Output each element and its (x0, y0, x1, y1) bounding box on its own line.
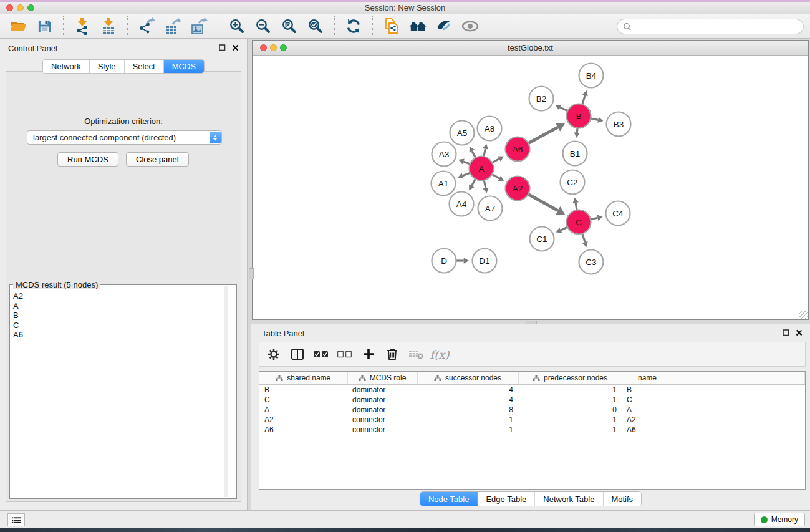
memory-button[interactable]: Memory (754, 513, 805, 526)
tab-select[interactable]: Select (125, 60, 164, 73)
column-header[interactable]: predecessor nodes (518, 372, 622, 385)
table-cell[interactable]: connector (347, 425, 417, 435)
graph-node-b[interactable]: B (567, 104, 591, 128)
table-row[interactable]: A6connector11A6 (259, 425, 805, 435)
graph-node-a1[interactable]: A1 (432, 172, 456, 196)
select-all-button[interactable] (309, 344, 333, 365)
network-zoom-traffic-light[interactable] (280, 44, 287, 51)
table-cell[interactable]: 8 (417, 405, 518, 415)
result-scrollbar[interactable] (224, 286, 228, 497)
search-field[interactable] (617, 19, 804, 34)
search-input[interactable] (635, 21, 803, 32)
graph-node-a3[interactable]: A3 (432, 142, 456, 167)
table-row[interactable]: A2connector11A2 (259, 415, 805, 425)
table-cell[interactable]: 1 (518, 425, 622, 435)
zoom-in-button[interactable] (224, 16, 250, 37)
table-cell[interactable]: connector (347, 415, 417, 425)
table-cell[interactable]: A2 (259, 415, 347, 425)
table-cell[interactable]: 1 (518, 415, 622, 425)
tab-mcds[interactable]: MCDS (164, 60, 204, 73)
table-settings-button[interactable] (262, 344, 286, 365)
import-table-button[interactable] (95, 16, 122, 37)
graph-node-c[interactable]: C (567, 210, 591, 235)
graph-node-a2[interactable]: A2 (506, 177, 530, 201)
save-session-button[interactable] (31, 16, 57, 37)
network-minimize-traffic-light[interactable] (270, 44, 277, 51)
zoom-fit-button[interactable] (276, 16, 302, 37)
column-header[interactable]: successor nodes (417, 372, 518, 385)
table-cell[interactable]: C (622, 395, 673, 405)
table-cell[interactable]: 0 (518, 405, 622, 415)
network-canvas[interactable]: B4B2BB3A8A5A6A3B1AC2A1A2A4A7C4CC1DD1C3 (253, 56, 808, 319)
table-tab-node-table[interactable]: Node Table (420, 492, 478, 506)
graph-node-a8[interactable]: A8 (478, 117, 502, 141)
zoom-selected-button[interactable] (302, 16, 329, 37)
table-row[interactable]: Adominator80A (259, 405, 805, 415)
table-cell[interactable]: 4 (417, 385, 518, 395)
column-header[interactable]: MCDS role (347, 372, 417, 385)
graph-node-b4[interactable]: B4 (579, 64, 604, 88)
table-cell[interactable]: A (622, 405, 673, 415)
tab-style[interactable]: Style (90, 60, 125, 73)
graph-node-a7[interactable]: A7 (478, 196, 503, 221)
copy-network-button[interactable] (378, 16, 405, 37)
graph-node-a[interactable]: A (470, 157, 494, 181)
graph-node-b2[interactable]: B2 (529, 87, 554, 111)
graph-node-d1[interactable]: D1 (473, 249, 497, 273)
resize-grip[interactable] (799, 311, 808, 319)
zoom-out-button[interactable] (250, 16, 276, 37)
result-item[interactable]: A2 (13, 291, 223, 301)
graph-node-c2[interactable]: C2 (561, 170, 585, 195)
graph-node-d[interactable]: D (432, 249, 456, 273)
table-row[interactable]: Bdominator41B (259, 385, 805, 395)
export-network-button[interactable] (133, 16, 160, 37)
table-cell[interactable]: A6 (259, 425, 347, 435)
graph-node-c3[interactable]: C3 (579, 250, 604, 274)
table-cell[interactable]: B (259, 385, 347, 395)
delete-column-button[interactable] (380, 344, 404, 365)
result-item[interactable]: A6 (13, 330, 223, 340)
close-panel-icon[interactable] (796, 329, 803, 336)
table-tab-network-table[interactable]: Network Table (535, 492, 603, 506)
table-cell[interactable]: B (622, 385, 673, 395)
result-item[interactable]: B (13, 311, 223, 321)
export-image-button[interactable] (186, 16, 212, 37)
show-hide-button[interactable] (457, 16, 483, 37)
run-mcds-button[interactable]: Run MCDS (57, 152, 118, 167)
table-cell[interactable]: A6 (622, 425, 673, 435)
table-cell[interactable]: 1 (417, 425, 518, 435)
close-panel-icon[interactable] (232, 44, 239, 51)
show-columns-button[interactable] (286, 344, 309, 365)
graph-node-b3[interactable]: B3 (607, 112, 631, 137)
panel-splitter-handle[interactable] (249, 268, 254, 279)
home-button[interactable] (405, 16, 431, 37)
table-cell[interactable]: 1 (518, 385, 622, 395)
tab-network[interactable]: Network (43, 60, 90, 73)
import-network-button[interactable] (69, 16, 95, 37)
network-close-traffic-light[interactable] (260, 44, 267, 51)
column-header[interactable]: name (622, 372, 673, 385)
result-item[interactable]: C (13, 321, 223, 331)
close-panel-button[interactable]: Close panel (126, 152, 189, 167)
table-cell[interactable]: 1 (518, 395, 622, 405)
export-table-button[interactable] (160, 16, 186, 37)
table-cell[interactable]: A2 (622, 415, 673, 425)
graph-node-c1[interactable]: C1 (530, 227, 554, 251)
column-header[interactable]: shared name (259, 372, 347, 385)
table-cell[interactable]: C (259, 395, 347, 405)
graph-node-a6[interactable]: A6 (506, 137, 530, 162)
graph-node-a5[interactable]: A5 (450, 121, 475, 145)
graphics-details-button[interactable] (431, 16, 457, 37)
table-cell[interactable]: A (259, 405, 347, 415)
add-column-button[interactable] (357, 344, 380, 365)
refresh-button[interactable] (340, 16, 367, 37)
graph-node-c4[interactable]: C4 (606, 201, 630, 226)
task-history-button[interactable] (7, 513, 25, 526)
graph-node-a4[interactable]: A4 (450, 192, 474, 216)
float-panel-icon[interactable] (783, 329, 789, 336)
table-cell[interactable]: dominator (347, 385, 417, 395)
open-session-button[interactable] (5, 16, 31, 37)
table-cell[interactable]: dominator (347, 405, 417, 415)
table-tab-edge-table[interactable]: Edge Table (478, 492, 535, 506)
result-item[interactable]: A (13, 301, 223, 311)
